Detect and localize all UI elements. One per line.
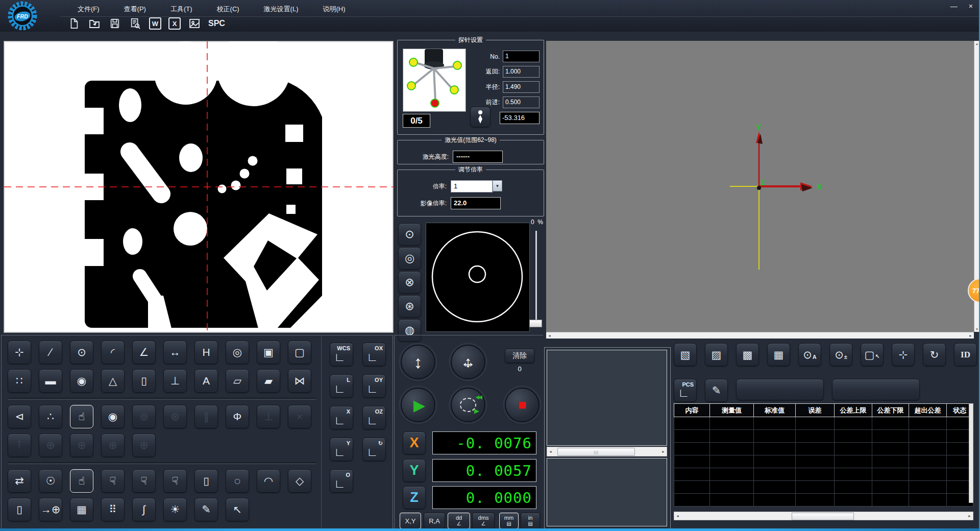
- probe-z-value[interactable]: -53.316: [500, 112, 540, 124]
- laser-height-field[interactable]: ------: [453, 151, 503, 163]
- scroll-right-icon[interactable]: ►: [967, 332, 974, 339]
- feature-list-scrollbar[interactable]: ◄ ► |||: [547, 447, 667, 456]
- unit-in-button[interactable]: in▤: [521, 513, 540, 529]
- clear-button[interactable]: 清除: [505, 349, 534, 363]
- add-point-tool-button[interactable]: ☝: [70, 469, 93, 493]
- open-file-icon[interactable]: [88, 17, 101, 30]
- origin-y-button[interactable]: ∟ OY: [362, 374, 386, 398]
- 3d-horizontal-scrollbar[interactable]: ◄ ►: [546, 332, 974, 339]
- measure-cylinder-button[interactable]: ▯: [132, 369, 156, 393]
- construct-circle-button[interactable]: ◉: [101, 405, 125, 428]
- light-ring-display[interactable]: [426, 223, 530, 332]
- zoom-fit-button[interactable]: ⊙A: [798, 343, 821, 366]
- run-button[interactable]: ▶: [401, 388, 435, 422]
- scroll-left-icon[interactable]: ◄: [674, 512, 681, 520]
- 3d-view[interactable]: Y X Z: [546, 41, 974, 332]
- menu-item[interactable]: 校正(C): [205, 3, 252, 15]
- menu-item[interactable]: 激光设置(L): [252, 3, 311, 15]
- ratio-select[interactable]: 1: [451, 180, 493, 192]
- table-vertical-scrollbar[interactable]: [969, 403, 973, 503]
- zoom-inout-button[interactable]: ⊙±: [829, 343, 852, 366]
- scrollbar-thumb[interactable]: [792, 513, 854, 520]
- trace-circle-tool-button[interactable]: ☟: [132, 469, 156, 493]
- blank-field-1[interactable]: [736, 379, 824, 400]
- light-slider-thumb[interactable]: [529, 320, 542, 327]
- measure-rectangle-button[interactable]: ▣: [257, 341, 280, 364]
- probe-field-input[interactable]: 0.500: [503, 96, 540, 108]
- origin-o-button[interactable]: ∟ O: [330, 469, 353, 493]
- scrollbar-thumb[interactable]: |||: [557, 448, 635, 456]
- coaxial-light-button[interactable]: ◎: [398, 247, 421, 270]
- rotate-cs-button[interactable]: ∟ ↻: [362, 438, 386, 461]
- axis-z-button[interactable]: Z: [403, 486, 426, 509]
- image-capture-tool-button[interactable]: ▦: [70, 498, 93, 521]
- probe-field-input[interactable]: 1.490: [503, 81, 540, 93]
- detail-list[interactable]: [547, 458, 667, 526]
- point-jump-tool-button[interactable]: →⊕: [39, 498, 62, 521]
- unit-dms-button[interactable]: dms∠: [472, 513, 495, 529]
- scroll-left-icon[interactable]: ◄: [547, 447, 554, 456]
- scan-box-tool-button[interactable]: ▯: [8, 498, 31, 521]
- axis-y-button[interactable]: Y: [403, 459, 426, 482]
- pan-view-button[interactable]: ⊹: [892, 343, 915, 366]
- probe-field-input[interactable]: 1.000: [503, 66, 540, 78]
- curve-trace-tool-button[interactable]: ∫: [132, 498, 156, 521]
- probe-position-button[interactable]: [470, 107, 491, 127]
- trace-line-tool-button[interactable]: ☟: [101, 469, 125, 493]
- menu-item[interactable]: 文件(F): [65, 3, 112, 15]
- measure-distance-button[interactable]: ↔: [163, 341, 187, 364]
- feature-list[interactable]: [547, 350, 667, 446]
- origin-x-button[interactable]: ∟ OX: [362, 343, 386, 366]
- xy-jog-button[interactable]: ↔↕: [451, 345, 485, 379]
- measure-angle-button[interactable]: ∠: [132, 341, 156, 364]
- paste-feature-button[interactable]: ▰: [257, 369, 280, 393]
- curve-compare-button[interactable]: ⋈: [288, 369, 311, 393]
- view-iso-button[interactable]: ▧: [674, 343, 697, 366]
- point-scatter-tool-button[interactable]: ⠿: [101, 498, 125, 521]
- close-button[interactable]: ×: [969, 2, 973, 10]
- unit-dd-button[interactable]: dd∠: [448, 513, 470, 529]
- report-preview-icon[interactable]: [129, 17, 142, 30]
- menu-item[interactable]: 查看(P): [112, 3, 158, 15]
- pcs-button[interactable]: ∟ PCS: [674, 379, 697, 402]
- stop-button[interactable]: ■: [505, 388, 540, 422]
- minimize-button[interactable]: —: [950, 2, 958, 10]
- export-image-icon[interactable]: [188, 17, 201, 30]
- text-label-tool-button[interactable]: A: [194, 369, 218, 393]
- measure-sphere-button[interactable]: ◉: [70, 369, 93, 393]
- measure-ellipse-button[interactable]: ◎: [226, 341, 249, 364]
- table-horizontal-scrollbar[interactable]: ◄ ►: [674, 512, 973, 520]
- select-box-button[interactable]: ▢↖: [861, 343, 884, 366]
- save-icon[interactable]: [108, 17, 121, 30]
- origin-z-button[interactable]: ∟ OZ: [362, 406, 386, 429]
- unit-ra-button[interactable]: R,A: [424, 513, 445, 529]
- copy-feature-button[interactable]: ▱: [226, 369, 249, 393]
- measure-cone-button[interactable]: △: [101, 369, 125, 393]
- scroll-right-icon[interactable]: ►: [660, 447, 667, 456]
- measure-line-distance-button[interactable]: H: [194, 341, 218, 364]
- light-slider-track[interactable]: [535, 231, 537, 321]
- chevron-down-icon[interactable]: ▼: [493, 180, 502, 191]
- loop-run-button[interactable]: ◀◀▶: [451, 388, 485, 422]
- axis-y-button[interactable]: ∟ Y: [330, 438, 353, 461]
- camera-view[interactable]: [4, 41, 394, 333]
- new-file-icon[interactable]: [67, 17, 81, 30]
- image-ratio-field[interactable]: 22.0: [451, 197, 501, 209]
- axis-l-button[interactable]: ∟ L: [330, 374, 353, 398]
- id-button[interactable]: ID: [954, 343, 977, 366]
- coordinate-system-button[interactable]: ⊥: [163, 369, 187, 393]
- view-eye-tool-button[interactable]: ☉: [39, 469, 62, 493]
- measure-point-button[interactable]: ⊹: [8, 341, 31, 364]
- segment-light-button[interactable]: ⊗: [398, 271, 421, 294]
- unit-xy-button[interactable]: X,Y: [400, 513, 421, 529]
- measure-line-button[interactable]: ∕: [39, 341, 62, 364]
- measure-arc-button[interactable]: ◜: [101, 341, 125, 364]
- probe-field-input[interactable]: 1: [503, 51, 540, 62]
- scan-circle-tool-button[interactable]: ◌: [226, 469, 249, 493]
- measure-circle-button[interactable]: ⊙: [70, 341, 93, 364]
- multi-ring-light-button[interactable]: ⊛: [398, 295, 421, 318]
- edit-button[interactable]: ✎: [705, 379, 728, 402]
- export-excel-icon[interactable]: X: [168, 17, 181, 30]
- z-jog-button[interactable]: ↕: [401, 345, 435, 379]
- export-word-icon[interactable]: W: [149, 17, 161, 30]
